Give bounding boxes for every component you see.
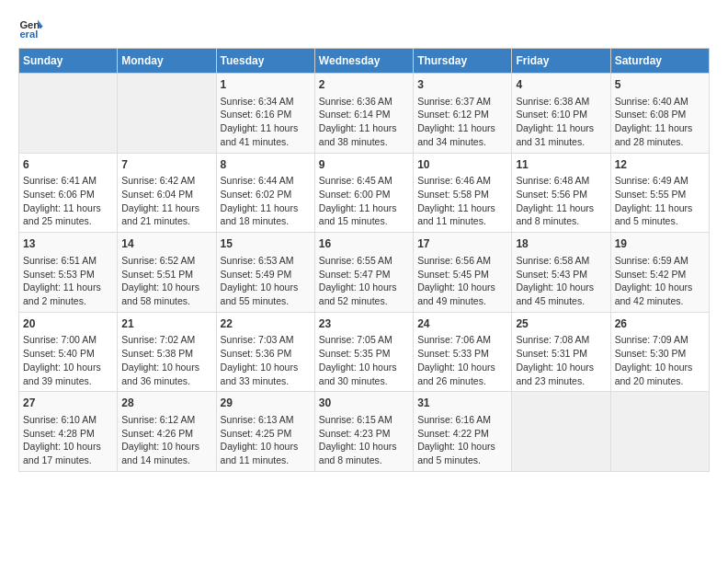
svg-text:eral: eral [19,29,38,40]
calendar-cell: 25Sunrise: 7:08 AM Sunset: 5:31 PM Dayli… [512,312,610,392]
day-of-week-header: Saturday [610,49,709,74]
day-of-week-header: Wednesday [314,49,413,74]
day-of-week-header: Thursday [414,49,512,74]
calendar-cell [118,74,216,154]
calendar-week-row: 13Sunrise: 6:51 AM Sunset: 5:53 PM Dayli… [19,233,710,313]
day-number: 20 [23,316,113,332]
day-info: Sunrise: 6:44 AM Sunset: 6:02 PM Dayligh… [221,174,311,228]
calendar-cell: 13Sunrise: 6:51 AM Sunset: 5:53 PM Dayli… [19,233,118,313]
calendar-cell: 8Sunrise: 6:44 AM Sunset: 6:02 PM Daylig… [216,153,314,233]
calendar-cell: 10Sunrise: 6:46 AM Sunset: 5:58 PM Dayli… [414,153,512,233]
calendar-table: SundayMondayTuesdayWednesdayThursdayFrid… [18,48,710,472]
day-number: 26 [615,316,705,332]
calendar-cell: 1Sunrise: 6:34 AM Sunset: 6:16 PM Daylig… [216,74,314,154]
day-number: 15 [221,236,311,252]
day-number: 12 [615,157,705,173]
day-number: 9 [319,157,409,173]
day-number: 10 [417,157,507,173]
day-info: Sunrise: 6:12 AM Sunset: 4:26 PM Dayligh… [121,413,211,467]
day-number: 4 [516,77,606,93]
calendar-cell: 24Sunrise: 7:06 AM Sunset: 5:33 PM Dayli… [414,312,512,392]
day-number: 28 [121,396,211,411]
day-of-week-header: Friday [512,49,610,74]
day-of-week-header: Sunday [19,49,118,74]
day-number: 5 [615,77,705,93]
day-number: 8 [221,157,311,173]
calendar-cell [19,74,118,154]
calendar-cell [512,392,610,472]
day-info: Sunrise: 6:16 AM Sunset: 4:22 PM Dayligh… [417,413,507,467]
day-info: Sunrise: 6:41 AM Sunset: 6:06 PM Dayligh… [23,174,113,228]
day-number: 3 [417,77,507,93]
page-header: Gen eral [18,15,710,40]
day-number: 25 [516,316,606,332]
calendar-week-row: 27Sunrise: 6:10 AM Sunset: 4:28 PM Dayli… [19,392,710,472]
day-info: Sunrise: 6:42 AM Sunset: 6:04 PM Dayligh… [121,174,211,228]
day-info: Sunrise: 6:53 AM Sunset: 5:49 PM Dayligh… [221,254,311,308]
day-number: 29 [221,396,311,411]
day-info: Sunrise: 6:36 AM Sunset: 6:14 PM Dayligh… [319,95,409,149]
day-number: 2 [319,77,409,93]
day-number: 17 [417,236,507,252]
day-info: Sunrise: 6:51 AM Sunset: 5:53 PM Dayligh… [23,254,113,308]
day-info: Sunrise: 6:46 AM Sunset: 5:58 PM Dayligh… [417,174,507,228]
calendar-cell: 6Sunrise: 6:41 AM Sunset: 6:06 PM Daylig… [19,153,118,233]
calendar-cell: 23Sunrise: 7:05 AM Sunset: 5:35 PM Dayli… [314,312,413,392]
day-number: 16 [319,236,409,252]
day-info: Sunrise: 6:40 AM Sunset: 6:08 PM Dayligh… [615,95,705,149]
day-number: 21 [121,316,211,332]
day-number: 19 [615,236,705,252]
day-number: 23 [319,316,409,332]
day-info: Sunrise: 6:49 AM Sunset: 5:55 PM Dayligh… [615,174,705,228]
calendar-cell: 17Sunrise: 6:56 AM Sunset: 5:45 PM Dayli… [414,233,512,313]
day-info: Sunrise: 6:37 AM Sunset: 6:12 PM Dayligh… [417,95,507,149]
day-number: 11 [516,157,606,173]
calendar-header-row: SundayMondayTuesdayWednesdayThursdayFrid… [19,49,710,74]
day-number: 13 [23,236,113,252]
day-number: 27 [23,396,113,411]
day-info: Sunrise: 6:13 AM Sunset: 4:25 PM Dayligh… [221,413,311,467]
day-of-week-header: Tuesday [216,49,314,74]
calendar-week-row: 20Sunrise: 7:00 AM Sunset: 5:40 PM Dayli… [19,312,710,392]
day-info: Sunrise: 7:02 AM Sunset: 5:38 PM Dayligh… [121,333,211,387]
calendar-cell: 18Sunrise: 6:58 AM Sunset: 5:43 PM Dayli… [512,233,610,313]
calendar-cell: 12Sunrise: 6:49 AM Sunset: 5:55 PM Dayli… [610,153,709,233]
calendar-cell: 31Sunrise: 6:16 AM Sunset: 4:22 PM Dayli… [414,392,512,472]
calendar-cell: 26Sunrise: 7:09 AM Sunset: 5:30 PM Dayli… [610,312,709,392]
calendar-cell: 20Sunrise: 7:00 AM Sunset: 5:40 PM Dayli… [19,312,118,392]
calendar-cell: 27Sunrise: 6:10 AM Sunset: 4:28 PM Dayli… [19,392,118,472]
day-info: Sunrise: 6:45 AM Sunset: 6:00 PM Dayligh… [319,174,409,228]
calendar-cell: 16Sunrise: 6:55 AM Sunset: 5:47 PM Dayli… [314,233,413,313]
calendar-cell: 15Sunrise: 6:53 AM Sunset: 5:49 PM Dayli… [216,233,314,313]
day-number: 31 [417,396,507,411]
day-number: 22 [221,316,311,332]
calendar-cell: 2Sunrise: 6:36 AM Sunset: 6:14 PM Daylig… [314,74,413,154]
day-info: Sunrise: 6:52 AM Sunset: 5:51 PM Dayligh… [121,254,211,308]
day-info: Sunrise: 6:10 AM Sunset: 4:28 PM Dayligh… [23,413,113,467]
calendar-body: 1Sunrise: 6:34 AM Sunset: 6:16 PM Daylig… [19,74,710,472]
calendar-cell: 4Sunrise: 6:38 AM Sunset: 6:10 PM Daylig… [512,74,610,154]
calendar-cell: 19Sunrise: 6:59 AM Sunset: 5:42 PM Dayli… [610,233,709,313]
day-info: Sunrise: 6:55 AM Sunset: 5:47 PM Dayligh… [319,254,409,308]
calendar-cell: 22Sunrise: 7:03 AM Sunset: 5:36 PM Dayli… [216,312,314,392]
day-info: Sunrise: 6:15 AM Sunset: 4:23 PM Dayligh… [319,413,409,467]
calendar-week-row: 1Sunrise: 6:34 AM Sunset: 6:16 PM Daylig… [19,74,710,154]
day-number: 30 [319,396,409,411]
day-info: Sunrise: 7:06 AM Sunset: 5:33 PM Dayligh… [417,333,507,387]
calendar-cell: 5Sunrise: 6:40 AM Sunset: 6:08 PM Daylig… [610,74,709,154]
day-number: 7 [121,157,211,173]
day-number: 14 [121,236,211,252]
calendar-cell: 11Sunrise: 6:48 AM Sunset: 5:56 PM Dayli… [512,153,610,233]
calendar-cell: 9Sunrise: 6:45 AM Sunset: 6:00 PM Daylig… [314,153,413,233]
day-number: 1 [221,77,311,93]
calendar-cell: 30Sunrise: 6:15 AM Sunset: 4:23 PM Dayli… [314,392,413,472]
logo: Gen eral [18,15,48,40]
calendar-cell: 14Sunrise: 6:52 AM Sunset: 5:51 PM Dayli… [118,233,216,313]
calendar-cell: 21Sunrise: 7:02 AM Sunset: 5:38 PM Dayli… [118,312,216,392]
day-info: Sunrise: 7:03 AM Sunset: 5:36 PM Dayligh… [221,333,311,387]
day-info: Sunrise: 6:38 AM Sunset: 6:10 PM Dayligh… [516,95,606,149]
day-info: Sunrise: 6:58 AM Sunset: 5:43 PM Dayligh… [516,254,606,308]
day-info: Sunrise: 6:59 AM Sunset: 5:42 PM Dayligh… [615,254,705,308]
calendar-week-row: 6Sunrise: 6:41 AM Sunset: 6:06 PM Daylig… [19,153,710,233]
day-info: Sunrise: 7:00 AM Sunset: 5:40 PM Dayligh… [23,333,113,387]
